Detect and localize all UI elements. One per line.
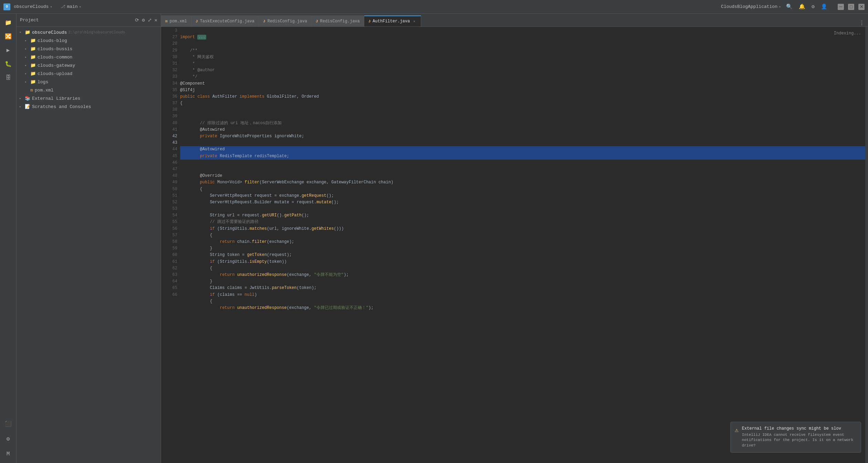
folder-icon-gateway: 📁 [30, 63, 36, 68]
ln-3: 3 [164, 28, 177, 34]
library-icon: 📚 [25, 96, 30, 101]
tree-arrow-scratches: ▸ [19, 105, 25, 109]
ln-57: 57 [164, 232, 177, 239]
project-header-icons: ⟳ ⚙ ⤢ ✕ [135, 17, 157, 23]
tree-label-clouds-bussis: clouds-bussis [38, 46, 72, 52]
code-line-44 [180, 160, 865, 166]
code-line-62: } [180, 278, 865, 285]
code-line-29: * [180, 61, 865, 67]
tree-label-external-libs: External Libraries [32, 96, 80, 101]
editor-code[interactable]: import ... /** * 网关鉴权 * [180, 27, 865, 463]
tree-item-root[interactable]: ▾ 📁 obscureClouds Z:\pro\blog\obscureClo… [17, 28, 161, 36]
minimize-button[interactable]: ─ [838, 4, 844, 10]
tab-redisconfig2[interactable]: J RedisConfig.java [312, 15, 364, 26]
ln-37: 37 [164, 100, 177, 107]
tree-item-clouds-common[interactable]: ▸ 📁 clouds-common [17, 53, 161, 61]
ln-65: 65 [164, 285, 177, 291]
ln-54: 54 [164, 212, 177, 219]
branch-name: main [67, 4, 77, 9]
sidebar-icon-run[interactable]: ▶ [2, 44, 14, 56]
tab-redisconfig1[interactable]: J RedisConfig.java [259, 15, 312, 26]
titlebar-icons: 🔍 🔔 ⚙ 👤 [786, 3, 827, 10]
ln-39: 39 [164, 113, 177, 120]
tree-arrow-clouds-gateway: ▸ [25, 63, 30, 67]
tree-item-clouds-blog[interactable]: ▸ 📁 clouds-blog [17, 36, 161, 45]
tab-taskexecute[interactable]: J TaskExecuteConfig.java [191, 15, 259, 26]
tree-item-scratches[interactable]: ▸ 📝 Scratches and Consoles [17, 103, 161, 111]
ln-50: 50 [164, 186, 177, 193]
tree-item-clouds-gateway[interactable]: ▸ 📁 clouds-gateway [17, 61, 161, 69]
branch-icon: ⎇ [61, 4, 65, 9]
tree-item-clouds-bussis[interactable]: ▸ 📁 clouds-bussis [17, 45, 161, 53]
tree-item-logs[interactable]: ▸ 📁 logs [17, 78, 161, 86]
ln-40: 40 [164, 120, 177, 127]
tab-label-authfilter: AuthFilter.java [373, 19, 410, 24]
tree-arrow-clouds-common: ▸ [25, 55, 30, 59]
search-icon[interactable]: 🔍 [786, 3, 793, 10]
tree-label-clouds-blog: clouds-blog [38, 38, 67, 43]
close-button[interactable]: ✕ [858, 4, 865, 10]
tree-arrow-clouds-upload: ▸ [25, 72, 30, 76]
ln-45: 45 [164, 153, 177, 160]
ln-61: 61 [164, 259, 177, 265]
gear-icon[interactable]: ⚙ [142, 17, 145, 23]
code-line-59: if (StringUtils.isEmpty(token)) [180, 259, 865, 265]
vertical-scrollbar[interactable] [865, 27, 868, 463]
tree-item-clouds-upload[interactable]: ▸ 📁 clouds-upload [17, 69, 161, 78]
titlebar-left: O obscureClouds ▾ ⎇ main ▾ [3, 3, 81, 10]
sidebar-icon-maven[interactable]: M [2, 448, 14, 460]
tab-bar-menu-icon[interactable]: ⋮ [859, 20, 865, 26]
code-line-53: // 跳过不需要验证的路径 [180, 219, 865, 225]
code-line-55: { [180, 232, 865, 239]
code-line-47: public Mono<Void> filter(ServerWebExchan… [180, 179, 865, 186]
tree-item-external-libs[interactable]: ▸ 📚 External Libraries [17, 94, 161, 103]
ln-41: 41 [164, 127, 177, 133]
tab-label-pom: pom.xml [170, 19, 187, 24]
tab-close-authfilter[interactable]: ✕ [412, 19, 417, 24]
code-line-61: return unauthorizedResponse(exchange, "令… [180, 272, 865, 278]
sidebar-icon-services[interactable]: ⚙ [2, 433, 14, 445]
tab-pom[interactable]: m pom.xml [161, 15, 191, 26]
notification-warning-icon: ⚠ [735, 426, 739, 448]
sidebar-icon-terminal[interactable]: ⬛ [2, 418, 14, 430]
ln-34: 34 [164, 80, 177, 87]
code-line-33: @Slf4j [180, 87, 865, 94]
tree-item-pom[interactable]: ▸ m pom.xml [17, 86, 161, 94]
restore-button[interactable]: □ [848, 4, 854, 10]
expand-icon[interactable]: ⤢ [148, 17, 152, 23]
tree-arrow-logs: ▸ [25, 80, 30, 84]
project-name: obscureClouds [14, 4, 49, 9]
titlebar: O obscureClouds ▾ ⎇ main ▾ CloudsBlogApp… [0, 0, 868, 14]
bell-icon[interactable]: 🔔 [799, 3, 805, 10]
tab-bar-right: ⋮ [859, 20, 868, 26]
person-icon[interactable]: 👤 [821, 3, 827, 10]
code-line-empty1 [180, 28, 865, 34]
sidebar-icon-project[interactable]: 📁 [2, 17, 14, 29]
ln-58: 58 [164, 239, 177, 245]
app-name-label: CloudsBlogApplication [721, 4, 777, 9]
code-line-64: if (claims == null) [180, 292, 865, 298]
app-name-selector[interactable]: CloudsBlogApplication ▾ [721, 4, 781, 9]
sync-icon[interactable]: ⟳ [135, 17, 139, 23]
ln-43: 43 [164, 140, 177, 146]
tab-icon-authfilter: J [368, 19, 371, 23]
project-selector[interactable]: obscureClouds ▾ [14, 4, 52, 9]
tab-icon-redisconfig1: J [263, 19, 265, 23]
sidebar-icon-database[interactable]: 🗄 [2, 72, 14, 84]
code-line-45 [180, 166, 865, 173]
sidebar-icon-debug[interactable]: 🐛 [2, 58, 14, 70]
indexing-label: Indexing... [834, 31, 861, 36]
close-panel-icon[interactable]: ✕ [155, 17, 157, 23]
ln-56: 56 [164, 226, 177, 232]
notification-body: IntelliJ IDEA cannot receive filesystem … [742, 432, 857, 448]
code-line-56: return chain.filter(exchange); [180, 239, 865, 245]
ln-33: 33 [164, 74, 177, 80]
branch-selector[interactable]: ⎇ main ▾ [61, 4, 81, 9]
tab-authfilter[interactable]: J AuthFilter.java ✕ [364, 15, 421, 26]
ln-32: 32 [164, 67, 177, 74]
code-line-58: String token = getToken(request); [180, 252, 865, 258]
folder-icon-blog: 📁 [30, 38, 36, 43]
tree-arrow-root: ▾ [19, 30, 25, 34]
sidebar-icon-vcs[interactable]: 🔀 [2, 30, 14, 43]
settings-icon[interactable]: ⚙ [812, 3, 815, 10]
